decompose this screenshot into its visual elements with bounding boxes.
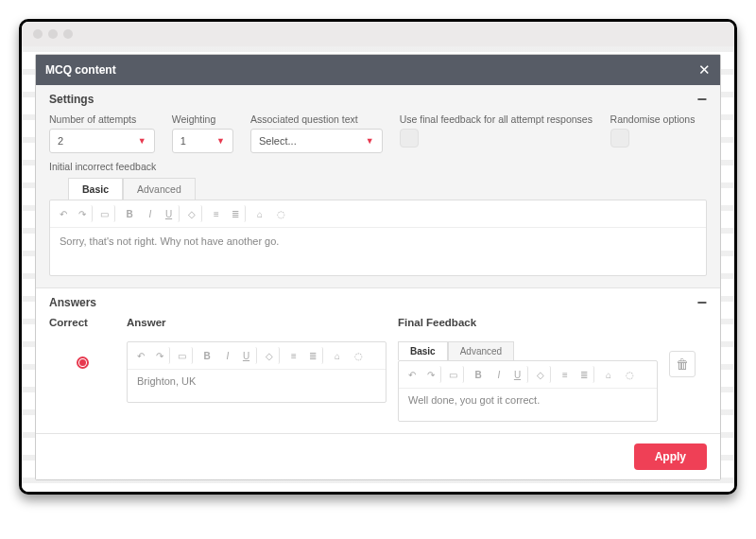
trash-icon: 🗑 — [676, 356, 689, 372]
list-ul-icon[interactable]: ≣ — [306, 347, 323, 364]
bold-icon[interactable]: B — [470, 366, 487, 383]
correct-radio[interactable] — [77, 356, 89, 369]
unlink-icon[interactable]: ◌ — [350, 347, 367, 364]
dialog-title: MCQ content — [45, 63, 116, 77]
weighting-label: Weighting — [172, 113, 233, 125]
tab-basic[interactable]: Basic — [68, 178, 123, 200]
delete-answer-button[interactable]: 🗑 — [669, 351, 696, 377]
italic-icon[interactable]: I — [142, 205, 159, 222]
italic-icon[interactable]: I — [490, 366, 507, 383]
dialog-header: MCQ content ✕ — [36, 55, 720, 85]
answer-editor: ↶ ↷ ▭ B I U ◇ ≡ ≣ ⌂ — [127, 341, 387, 403]
close-icon[interactable]: ✕ — [698, 61, 711, 78]
assoc-question-value: Select... — [259, 135, 297, 147]
caret-down-icon: ▼ — [366, 136, 374, 146]
redo-icon[interactable]: ↷ — [424, 366, 441, 383]
weighting-select[interactable]: 1 ▼ — [172, 129, 233, 153]
tab-advanced[interactable]: Advanced — [123, 178, 196, 200]
link-icon[interactable]: ⌂ — [600, 366, 617, 383]
unlink-icon[interactable]: ◌ — [272, 205, 289, 222]
traffic-light-close — [33, 29, 43, 39]
editor-toolbar: ↶ ↷ ▭ B I U ◇ ≡ ≣ ⌂ ◌ — [50, 200, 706, 228]
settings-heading: Settings — [49, 93, 94, 106]
browser-frame: MCQ content ✕ Settings − Number of attem… — [19, 19, 737, 495]
browser-titlebar — [22, 22, 734, 46]
col-answer: Answer — [127, 317, 387, 328]
italic-icon[interactable]: I — [219, 347, 236, 364]
image-icon[interactable]: ▭ — [98, 205, 115, 222]
col-correct: Correct — [49, 317, 115, 328]
feedback-toolbar: ↶ ↷ ▭ B I U ◇ ≡ ≣ ⌂ — [399, 361, 657, 389]
col-feedback: Final Feedback — [398, 317, 658, 328]
weighting-value: 1 — [180, 135, 186, 147]
attempts-value: 2 — [58, 135, 63, 147]
feedback-editor: ↶ ↷ ▭ B I U ◇ ≡ ≣ ⌂ — [398, 360, 658, 422]
caret-down-icon: ▼ — [138, 136, 146, 146]
redo-icon[interactable]: ↷ — [153, 347, 170, 364]
feedback-text[interactable]: Well done, you got it correct. — [399, 389, 657, 421]
list-ul-icon[interactable]: ≣ — [229, 205, 246, 222]
traffic-light-min — [48, 29, 58, 39]
list-ol-icon[interactable]: ≡ — [285, 347, 302, 364]
traffic-light-max — [63, 29, 73, 39]
clear-format-icon[interactable]: ◇ — [534, 366, 551, 383]
settings-section: Settings − Number of attempts 2 ▼ We — [36, 85, 720, 288]
answer-text[interactable]: Brighton, UK — [128, 370, 386, 402]
undo-icon[interactable]: ↶ — [404, 366, 421, 383]
incorrect-feedback-editor: ↶ ↷ ▭ B I U ◇ ≡ ≣ ⌂ ◌ Sorry, that's — [49, 200, 707, 276]
bold-icon[interactable]: B — [198, 347, 215, 364]
apply-button[interactable]: Apply — [634, 443, 707, 470]
answers-heading: Answers — [49, 296, 96, 309]
image-icon[interactable]: ▭ — [447, 366, 464, 383]
mcq-content-dialog: MCQ content ✕ Settings − Number of attem… — [35, 54, 721, 480]
collapse-answers-icon[interactable]: − — [696, 298, 707, 307]
underline-icon[interactable]: U — [511, 366, 528, 383]
collapse-settings-icon[interactable]: − — [696, 95, 707, 104]
assoc-question-label: Associated question text — [250, 113, 383, 125]
image-icon[interactable]: ▭ — [176, 347, 193, 364]
dialog-footer: Apply — [36, 434, 720, 479]
randomise-label: Randomise options — [610, 113, 707, 125]
radio-dot-icon — [79, 359, 86, 366]
assoc-question-select[interactable]: Select... ▼ — [250, 129, 383, 153]
list-ol-icon[interactable]: ≡ — [208, 205, 225, 222]
answers-section: Answers − Correct Answer Final Feedback — [36, 288, 720, 434]
final-feedback-label: Use final feedback for all attempt respo… — [400, 113, 593, 125]
incorrect-feedback-label: Initial incorrect feedback — [49, 161, 707, 172]
caret-down-icon: ▼ — [216, 136, 225, 146]
final-feedback-checkbox[interactable] — [400, 129, 419, 148]
redo-icon[interactable]: ↷ — [76, 205, 93, 222]
list-ol-icon[interactable]: ≡ — [557, 366, 574, 383]
clear-format-icon[interactable]: ◇ — [263, 347, 280, 364]
underline-icon[interactable]: U — [163, 205, 180, 222]
answer-toolbar: ↶ ↷ ▭ B I U ◇ ≡ ≣ ⌂ — [128, 342, 386, 370]
unlink-icon[interactable]: ◌ — [621, 366, 638, 383]
list-ul-icon[interactable]: ≣ — [577, 366, 594, 383]
clear-format-icon[interactable]: ◇ — [185, 205, 202, 222]
link-icon[interactable]: ⌂ — [329, 347, 346, 364]
incorrect-feedback-text[interactable]: Sorry, that's not right. Why not have an… — [50, 228, 706, 275]
link-icon[interactable]: ⌂ — [251, 205, 268, 222]
randomise-checkbox[interactable] — [610, 129, 629, 148]
attempts-label: Number of attempts — [49, 113, 155, 125]
underline-icon[interactable]: U — [240, 347, 257, 364]
attempts-select[interactable]: 2 ▼ — [49, 129, 155, 153]
feedback-tab-basic[interactable]: Basic — [398, 341, 448, 360]
undo-icon[interactable]: ↶ — [132, 347, 149, 364]
feedback-tab-advanced[interactable]: Advanced — [448, 341, 514, 360]
bold-icon[interactable]: B — [121, 205, 138, 222]
undo-icon[interactable]: ↶ — [55, 205, 72, 222]
